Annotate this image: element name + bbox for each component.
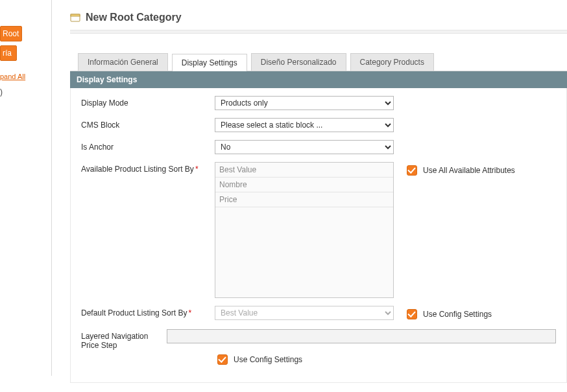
select-is-anchor[interactable]: No [215, 140, 394, 154]
label-use-all-attributes: Use All Available Attributes [423, 166, 515, 175]
tab-general[interactable]: Información General [78, 53, 168, 71]
sort-option[interactable]: Nombre [215, 178, 393, 192]
expand-all-link[interactable]: pand All [0, 73, 25, 80]
display-settings-form: Display Mode Products only CMS Block Ple… [70, 88, 567, 383]
label-is-anchor: Is Anchor [81, 140, 215, 152]
subcategory-button[interactable]: ría [0, 45, 17, 61]
required-asterisk: * [188, 308, 191, 317]
label-default-sort-by: Default Product Listing Sort By* [81, 306, 215, 317]
label-price-step-use-config: Use Config Settings [234, 355, 302, 364]
page-title: New Root Category [86, 12, 182, 23]
checkbox-price-step-use-config[interactable] [217, 354, 228, 365]
tree-count-paren: ) [0, 87, 51, 97]
label-display-mode: Display Mode [81, 96, 215, 108]
sort-option[interactable]: Price [215, 192, 393, 207]
section-header-display-settings: Display Settings [70, 71, 567, 88]
tab-display-settings[interactable]: Display Settings [172, 54, 247, 71]
select-cms-block[interactable]: Please select a static block ... [215, 118, 394, 132]
sort-option[interactable]: Best Value [215, 163, 393, 178]
category-icon [70, 12, 80, 23]
select-default-sort-by: Best Value [215, 306, 394, 320]
left-sidebar: Root ría pand All ) [0, 0, 52, 376]
label-cms-block: CMS Block [81, 118, 215, 130]
root-button[interactable]: Root [0, 26, 22, 41]
tab-strip: Información General Display Settings Dis… [70, 53, 567, 71]
tab-custom-design[interactable]: Diseño Personalizado [251, 53, 346, 71]
svg-rect-1 [71, 14, 80, 16]
input-price-step [167, 329, 556, 343]
required-asterisk: * [195, 165, 199, 174]
multiselect-available-sort-by[interactable]: Best Value Nombre Price [215, 162, 394, 298]
checkbox-default-sort-use-config[interactable] [407, 309, 417, 319]
label-available-sort-by: Available Product Listing Sort By* [81, 162, 215, 174]
label-price-step: Layered Navigation Price Step [81, 329, 167, 350]
label-default-sort-use-config: Use Config Settings [423, 310, 492, 319]
select-display-mode[interactable]: Products only [215, 96, 394, 110]
tab-category-products[interactable]: Category Products [350, 53, 434, 71]
header-divider [70, 30, 567, 34]
checkbox-use-all-attributes[interactable] [407, 165, 417, 176]
